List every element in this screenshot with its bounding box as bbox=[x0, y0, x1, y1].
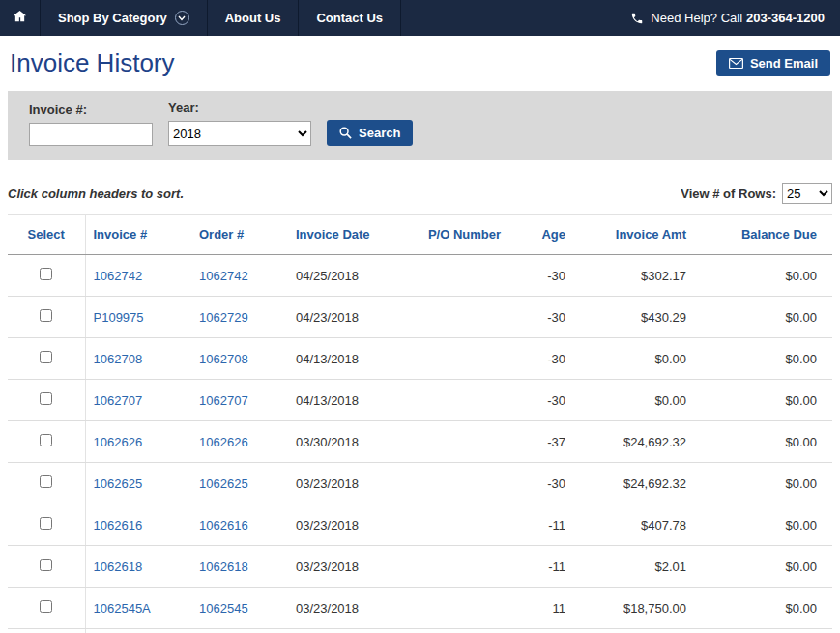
table-controls: Click column headers to sort. View # of … bbox=[8, 183, 832, 204]
invoice-number-link[interactable]: 1062626 bbox=[94, 435, 143, 449]
column-header-balance-due[interactable]: Balance Due bbox=[702, 215, 832, 255]
nav-item-label: Shop By Category bbox=[58, 11, 167, 25]
nav-item-about-us[interactable]: About Us bbox=[208, 0, 300, 36]
send-email-button[interactable]: Send Email bbox=[716, 50, 830, 76]
balance-due-cell: $0.00 bbox=[702, 504, 832, 546]
invoice-table-body: 1062742 1062742 04/25/2018 -30 $302.17 $… bbox=[8, 255, 832, 633]
nav-item-shop-by-category[interactable]: Shop By Category bbox=[41, 0, 208, 36]
row-select-checkbox[interactable] bbox=[40, 268, 52, 280]
invoice-number-input[interactable] bbox=[29, 123, 153, 146]
table-row: 1062545A 1062545 03/23/2018 11 $18,750.0… bbox=[8, 588, 832, 629]
invoice-number-link[interactable]: P109975 bbox=[94, 310, 144, 325]
invoice-date-cell: 04/13/2018 bbox=[288, 338, 404, 380]
invoice-number-cell: 1062626 bbox=[85, 421, 191, 463]
invoice-number-link[interactable]: 1062708 bbox=[94, 352, 143, 366]
column-header-invoice-date[interactable]: Invoice Date bbox=[288, 215, 404, 255]
order-number-cell: 1062626 bbox=[191, 421, 288, 463]
top-navbar: Shop By Category About Us Contact Us Nee… bbox=[0, 0, 840, 36]
balance-due-cell: $0.00 bbox=[702, 588, 832, 629]
row-select-checkbox[interactable] bbox=[40, 600, 52, 613]
order-number-cell: 1062545 bbox=[191, 588, 288, 629]
page-title: Invoice History bbox=[10, 48, 175, 78]
balance-due-cell: $0.00 bbox=[702, 338, 832, 380]
column-header-invoice-amt[interactable]: Invoice Amt bbox=[581, 215, 702, 255]
order-number-link[interactable]: 1062742 bbox=[199, 269, 248, 283]
nav-item-contact-us[interactable]: Contact Us bbox=[299, 0, 401, 36]
invoice-number-cell: 1062707 bbox=[85, 380, 191, 421]
invoice-number-link[interactable]: 1062707 bbox=[94, 393, 143, 408]
invoice-amount-cell: $24,692.32 bbox=[581, 421, 702, 463]
po-number-cell bbox=[404, 421, 525, 463]
age-cell: -30 bbox=[525, 297, 581, 338]
order-number-link[interactable]: 1062616 bbox=[199, 518, 248, 532]
po-number-cell bbox=[404, 629, 525, 633]
invoice-number-link[interactable]: 1062625 bbox=[94, 476, 143, 491]
year-filter-label: Year: bbox=[168, 101, 311, 115]
home-button[interactable] bbox=[0, 0, 41, 36]
invoice-filter-group: Invoice #: bbox=[29, 102, 153, 146]
invoice-amount-cell: $302.17 bbox=[581, 255, 702, 297]
po-number-cell bbox=[404, 546, 525, 588]
order-number-link[interactable]: 1062708 bbox=[199, 352, 248, 366]
table-row: 1062616 1062616 03/23/2018 -11 $407.78 $… bbox=[8, 504, 832, 546]
invoice-number-link[interactable]: 1062742 bbox=[94, 269, 143, 283]
order-number-link[interactable]: 1062729 bbox=[199, 310, 248, 325]
age-cell: -11 bbox=[525, 504, 581, 546]
po-number-cell bbox=[404, 380, 525, 421]
rows-per-page-select[interactable]: 25 bbox=[782, 183, 832, 204]
nav-item-label: About Us bbox=[225, 11, 281, 25]
po-number-cell bbox=[404, 297, 525, 338]
page-header: Invoice History Send Email bbox=[0, 36, 840, 87]
column-header-select[interactable]: Select bbox=[8, 215, 85, 255]
row-select-checkbox[interactable] bbox=[40, 392, 52, 405]
balance-due-cell: $0.00 bbox=[702, 629, 832, 633]
invoice-table: Select Invoice # Order # Invoice Date P/… bbox=[8, 214, 832, 633]
nav-item-label: Contact Us bbox=[316, 11, 383, 25]
column-header-invoice[interactable]: Invoice # bbox=[85, 215, 191, 255]
select-cell bbox=[8, 421, 85, 463]
invoice-date-cell: 03/23/2018 bbox=[288, 504, 404, 546]
row-select-checkbox[interactable] bbox=[40, 309, 52, 322]
order-number-link[interactable]: 1062707 bbox=[199, 393, 248, 408]
chevron-down-icon bbox=[175, 11, 189, 25]
select-cell bbox=[8, 255, 85, 297]
select-cell bbox=[8, 297, 85, 338]
order-number-cell: 1062707 bbox=[191, 380, 288, 421]
invoice-number-link[interactable]: 1062545A bbox=[94, 601, 151, 616]
row-select-checkbox[interactable] bbox=[40, 351, 52, 363]
column-header-order[interactable]: Order # bbox=[191, 215, 288, 255]
row-select-checkbox[interactable] bbox=[40, 434, 52, 446]
invoice-date-cell: 04/25/2018 bbox=[288, 255, 404, 297]
sort-hint: Click column headers to sort. bbox=[8, 187, 184, 201]
search-button-label: Search bbox=[359, 126, 400, 140]
invoice-date-cell: 03/23/2018 bbox=[288, 588, 404, 629]
row-select-checkbox[interactable] bbox=[40, 559, 52, 571]
search-button[interactable]: Search bbox=[327, 120, 413, 146]
need-help-phone[interactable]: Need Help? Call 203-364-1200 bbox=[630, 0, 840, 36]
row-select-checkbox[interactable] bbox=[40, 475, 52, 488]
year-select[interactable]: 2018 bbox=[168, 121, 311, 146]
table-row: P109975 1062729 04/23/2018 -30 $430.29 $… bbox=[8, 297, 832, 338]
table-row: 1062618 1062618 03/23/2018 -11 $2.01 $0.… bbox=[8, 546, 832, 588]
help-phone-number: 203-364-1200 bbox=[746, 11, 825, 25]
order-number-link[interactable]: 1062626 bbox=[199, 435, 248, 449]
order-number-cell: 1062618 bbox=[191, 546, 288, 588]
row-select-checkbox[interactable] bbox=[40, 517, 52, 530]
order-number-link[interactable]: 1062625 bbox=[199, 476, 248, 491]
invoice-number-link[interactable]: 1062616 bbox=[94, 518, 143, 532]
column-header-po-number[interactable]: P/O Number bbox=[404, 215, 525, 255]
order-number-cell: 1062729 bbox=[191, 297, 288, 338]
order-number-link[interactable]: 1062545 bbox=[199, 601, 248, 616]
invoice-date-cell: 03/23/2018 bbox=[288, 546, 404, 588]
invoice-number-cell: 1062618 bbox=[85, 546, 191, 588]
invoice-number-link[interactable]: 1062618 bbox=[94, 560, 143, 574]
phone-icon bbox=[630, 12, 644, 25]
balance-due-cell: $0.00 bbox=[702, 546, 832, 588]
column-header-age[interactable]: Age bbox=[525, 215, 581, 255]
rows-per-page-control: View # of Rows: 25 bbox=[681, 183, 832, 204]
balance-due-cell: $0.00 bbox=[702, 421, 832, 463]
age-cell: -30 bbox=[525, 338, 581, 380]
balance-due-cell: $0.00 bbox=[702, 380, 832, 421]
order-number-link[interactable]: 1062618 bbox=[199, 560, 248, 574]
invoice-date-cell: 04/23/2018 bbox=[288, 297, 404, 338]
